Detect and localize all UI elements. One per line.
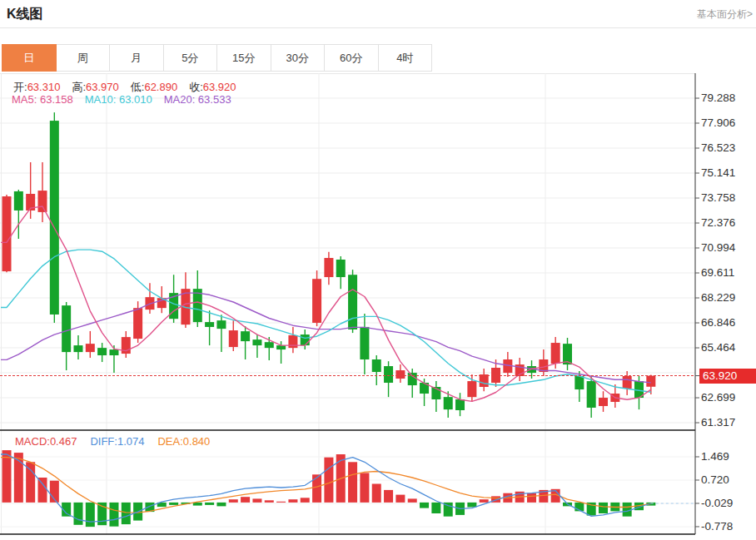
diff-value: DIFF:1.074 xyxy=(90,435,144,448)
tab-5min[interactable]: 5分 xyxy=(163,44,218,72)
page-header: K线图 基本面分析> xyxy=(0,0,756,28)
y-axis-label: -0.778 xyxy=(701,520,733,533)
ma10-legend: MA10: 63.010 xyxy=(85,93,152,106)
kline-chart-area[interactable]: 开:63.310高:63.970低:62.890收:63.920 MA5: 63… xyxy=(0,73,756,540)
page-title: K线图 xyxy=(7,6,43,23)
y-axis-label: -0.029 xyxy=(701,497,733,509)
ma5-legend: MA5: 63.158 xyxy=(12,93,73,106)
tab-15min[interactable]: 15分 xyxy=(216,44,271,72)
open-label: 开: xyxy=(13,81,27,93)
fundamental-analysis-link[interactable]: 基本面分析> xyxy=(697,7,753,22)
y-axis-label: 70.994 xyxy=(701,241,735,254)
ma20-legend: MA20: 63.533 xyxy=(164,93,231,106)
y-axis-label: 79.288 xyxy=(701,92,735,104)
timeframe-tabs: 日 周 月 5分 15分 30分 60分 4时 xyxy=(2,44,432,72)
close-value: 63.920 xyxy=(203,81,236,93)
low-label: 低: xyxy=(131,81,145,93)
y-axis-label: 66.846 xyxy=(701,316,735,329)
tab-4hour[interactable]: 4时 xyxy=(378,44,433,72)
y-axis-label: 77.906 xyxy=(701,116,735,129)
y-axis-label: 72.376 xyxy=(701,216,735,229)
low-value: 62.890 xyxy=(144,81,177,93)
high-value: 63.970 xyxy=(86,81,119,93)
y-axis-label: 69.611 xyxy=(701,266,734,279)
open-value: 63.310 xyxy=(27,81,61,93)
dea-value: DEA:0.840 xyxy=(157,435,210,448)
high-label: 高: xyxy=(72,81,86,93)
tab-60min[interactable]: 60分 xyxy=(324,44,379,72)
y-axis-label: 61.317 xyxy=(701,416,735,429)
main-chart-canvas[interactable] xyxy=(0,73,756,540)
macd-legend: MACD:0.467DIFF:1.074DEA:0.840 xyxy=(15,435,223,448)
y-axis-label: 75.141 xyxy=(701,166,735,179)
tab-30min[interactable]: 30分 xyxy=(271,44,326,72)
y-axis-label: 76.523 xyxy=(701,141,735,154)
y-axis-label: 62.699 xyxy=(701,391,735,404)
tab-month[interactable]: 月 xyxy=(109,44,164,72)
current-price-badge: 63.920 xyxy=(699,369,756,384)
tab-week[interactable]: 周 xyxy=(56,44,111,72)
close-label: 收: xyxy=(189,81,203,93)
y-axis-label: 68.229 xyxy=(701,291,735,304)
y-axis-label: 65.464 xyxy=(701,341,735,354)
macd-value: MACD:0.467 xyxy=(15,435,77,448)
y-axis-label: 0.720 xyxy=(701,473,729,486)
y-axis-label: 73.758 xyxy=(701,191,735,204)
tab-day[interactable]: 日 xyxy=(2,44,57,72)
ma-legend: MA5: 63.158MA10: 63.010MA20: 63.533 xyxy=(12,93,243,106)
kline-page: K线图 基本面分析> 日 周 月 5分 15分 30分 60分 4时 开:63.… xyxy=(0,0,756,540)
y-axis-label: 1.469 xyxy=(701,450,729,463)
